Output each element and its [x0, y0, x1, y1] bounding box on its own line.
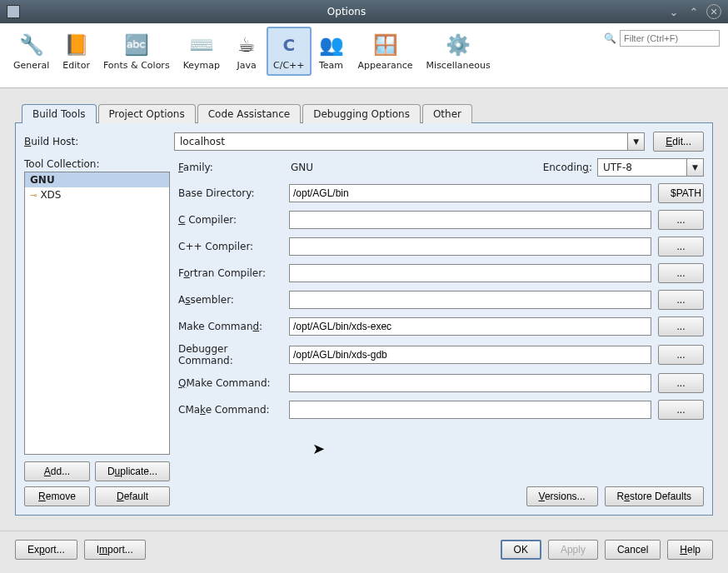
category-editor[interactable]: 📙 Editor [56, 27, 97, 76]
key-icon: ⊸ [30, 191, 37, 200]
cpp-compiler-label: C++ Compiler: [178, 241, 282, 252]
make-label: Make Command: [178, 321, 282, 332]
add-button[interactable]: Add... [24, 461, 90, 481]
filter-input[interactable] [620, 30, 720, 47]
restore-defaults-button[interactable]: Restore Defaults [605, 486, 704, 506]
minimize-icon[interactable]: ⌄ [666, 4, 681, 19]
cmake-input[interactable] [289, 401, 651, 419]
tab-project-options[interactable]: Project Options [98, 104, 196, 123]
browse-button[interactable]: ... [658, 290, 704, 310]
qmake-input[interactable] [289, 374, 651, 392]
tool-collection-label: Tool Collection: [24, 158, 170, 170]
editor-icon: 📙 [63, 32, 90, 58]
category-miscellaneous[interactable]: ⚙️ Miscellaneous [420, 27, 497, 76]
category-fonts-colors[interactable]: 🔤 Fonts & Colors [97, 27, 177, 76]
import-button[interactable]: Import... [84, 540, 146, 560]
app-icon [7, 5, 20, 18]
cmake-label: CMake Command: [178, 404, 282, 416]
category-team[interactable]: 👥 Team [312, 27, 352, 76]
category-ccpp[interactable]: C C/C++ [267, 27, 312, 76]
browse-button[interactable]: ... [658, 400, 704, 420]
category-general[interactable]: 🔧 General [7, 27, 56, 76]
qmake-label: QMake Command: [178, 377, 282, 389]
debugger-input[interactable] [289, 346, 651, 364]
encoding-label: Encoding: [543, 162, 592, 173]
assembler-input[interactable] [289, 291, 651, 309]
encoding-combo[interactable]: UTF-8 ▼ [597, 158, 704, 177]
tab-build-tools[interactable]: Build Tools [22, 104, 97, 123]
fonts-icon: 🔤 [123, 32, 150, 58]
c-compiler-label: C Compiler: [178, 214, 282, 226]
chevron-down-icon: ▼ [686, 159, 703, 176]
tab-code-assistance[interactable]: Code Assistance [197, 104, 301, 123]
family-label: Family: [178, 162, 282, 173]
category-toolbar: 🔧 General 📙 Editor 🔤 Fonts & Colors ⌨️ K… [0, 23, 728, 88]
browse-button[interactable]: ... [658, 373, 704, 393]
duplicate-button[interactable]: Duplicate... [95, 461, 170, 481]
export-button[interactable]: Export... [15, 540, 77, 560]
browse-button[interactable]: ... [658, 263, 704, 283]
assembler-label: Assembler: [178, 294, 282, 306]
build-tools-panel: Build Host: localhost ▼ Edit... Tool Col… [15, 122, 713, 516]
browse-button[interactable]: ... [658, 237, 704, 257]
browse-button[interactable]: ... [658, 345, 704, 365]
window-title: Options [27, 6, 666, 17]
c-compiler-input[interactable] [289, 211, 651, 229]
search-icon: 🔍 [604, 32, 616, 44]
category-java[interactable]: ☕ Java [227, 27, 267, 76]
default-button[interactable]: Default [95, 486, 170, 506]
list-item[interactable]: GNU [25, 172, 169, 187]
make-input[interactable] [289, 317, 651, 336]
tab-bar: Build Tools Project Options Code Assista… [22, 103, 713, 122]
close-icon[interactable]: ✕ [706, 4, 721, 19]
fortran-label: Fortran Compiler: [178, 267, 282, 279]
ccpp-icon: C [276, 32, 302, 58]
list-item[interactable]: ⊸ XDS [25, 187, 169, 202]
base-dir-label: Base Directory: [178, 187, 282, 199]
tab-debugging-options[interactable]: Debugging Options [302, 104, 421, 123]
maximize-icon[interactable]: ⌃ [686, 4, 701, 19]
base-directory-input[interactable] [289, 184, 651, 202]
versions-button[interactable]: Versions... [526, 486, 598, 506]
category-keymap[interactable]: ⌨️ Keymap [177, 27, 227, 76]
path-button[interactable]: $PATH [658, 183, 704, 203]
help-button[interactable]: Help [667, 540, 713, 560]
cancel-button[interactable]: Cancel [605, 540, 661, 560]
wrench-icon: 🔧 [18, 32, 45, 58]
ok-button[interactable]: OK [501, 540, 541, 560]
build-host-combo[interactable]: localhost ▼ [174, 132, 645, 151]
remove-button[interactable]: Remove [24, 486, 90, 506]
browse-button[interactable]: ... [658, 210, 704, 230]
family-value: GNU [289, 162, 536, 173]
category-appearance[interactable]: 🪟 Appearance [352, 27, 420, 76]
browse-button[interactable]: ... [658, 316, 704, 336]
cpp-compiler-input[interactable] [289, 237, 651, 256]
team-icon: 👥 [318, 32, 345, 58]
apply-button: Apply [548, 540, 598, 560]
keyboard-icon: ⌨️ [188, 32, 215, 58]
build-host-label: Build Host: [24, 136, 166, 147]
java-icon: ☕ [233, 32, 260, 58]
tool-collection-list[interactable]: GNU ⊸ XDS [24, 172, 170, 455]
gear-icon: ⚙️ [445, 32, 471, 58]
debugger-label: Debugger Command: [178, 343, 282, 366]
dialog-footer: Export... Import... OK Apply Cancel Help [0, 531, 728, 573]
edit-host-button[interactable]: Edit... [653, 132, 704, 152]
fortran-input[interactable] [289, 264, 651, 282]
titlebar: Options ⌄ ⌃ ✕ [0, 0, 728, 23]
chevron-down-icon: ▼ [627, 133, 644, 150]
appearance-icon: 🪟 [372, 32, 399, 58]
tab-other[interactable]: Other [422, 104, 472, 123]
